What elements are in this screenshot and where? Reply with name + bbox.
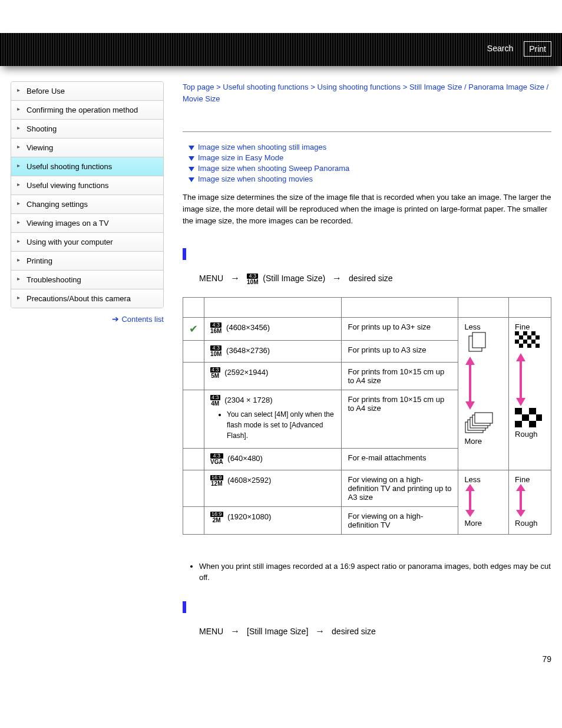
- sidebar-item-active[interactable]: Useful shooting functions: [11, 157, 163, 176]
- sidebar-item[interactable]: Confirming the operation method: [11, 101, 163, 120]
- images-scale-cell-2: Less More: [458, 470, 509, 534]
- size-badge-icon: 4:35M: [210, 367, 220, 379]
- sidebar-item[interactable]: Viewing: [11, 139, 163, 157]
- anchor-link[interactable]: Image size in Easy Mode: [198, 153, 283, 162]
- search-link[interactable]: Search: [482, 41, 518, 57]
- usage: For viewing on a high-definition TV and …: [342, 470, 458, 506]
- dims: (1920×1080): [227, 512, 271, 521]
- dims: (4608×3456): [226, 323, 270, 332]
- sidebar-item[interactable]: Printing: [11, 252, 163, 271]
- menu-label: MENU: [199, 274, 223, 283]
- check-icon: ✔: [189, 323, 198, 335]
- anchor-link[interactable]: Image size when shooting movies: [198, 174, 313, 183]
- breadcrumb-link[interactable]: Top page: [183, 83, 214, 91]
- header-bar: Search Print: [0, 33, 562, 66]
- table-header-row: [183, 297, 551, 317]
- sidebar-item[interactable]: Troubleshooting: [11, 271, 163, 289]
- svg-rect-1: [472, 332, 485, 348]
- rough-checker-icon: [515, 408, 542, 428]
- svg-rect-13: [527, 335, 531, 340]
- scale-rough: Rough: [515, 519, 545, 528]
- sidebar: Before Use Confirming the operation meth…: [11, 81, 164, 664]
- arrow-icon: [230, 273, 240, 284]
- quality-scale-cell-2: Fine Rough: [509, 470, 551, 534]
- menu-path: MENU 4:310M (Still Image Size) desired s…: [199, 273, 551, 285]
- double-arrow-icon: [515, 484, 527, 517]
- arrow-icon: [332, 273, 342, 284]
- images-scale-cell: Less More: [458, 317, 509, 470]
- dims: (2592×1944): [224, 368, 268, 377]
- triangle-down-icon: [189, 146, 194, 150]
- breadcrumb-sep: >: [401, 83, 409, 91]
- page-number: 79: [183, 654, 551, 664]
- size-badge-icon: 4:310M: [247, 274, 258, 285]
- scale-more: More: [464, 519, 503, 528]
- sidebar-item[interactable]: Before Use: [11, 82, 163, 101]
- intro-text: The image size determines the size of th…: [183, 192, 551, 227]
- sidebar-item[interactable]: Changing settings: [11, 195, 163, 214]
- sidebar-item[interactable]: Precautions/About this camera: [11, 289, 163, 308]
- svg-rect-17: [531, 340, 535, 344]
- breadcrumb-sep: >: [309, 83, 318, 91]
- double-arrow-icon: [515, 353, 527, 406]
- anchor-link[interactable]: Image size when shooting still images: [198, 143, 326, 151]
- usage: For prints from 10×15 cm up to A4 size: [342, 390, 458, 448]
- svg-rect-24: [529, 408, 536, 414]
- breadcrumb-link[interactable]: Using shooting functions: [317, 83, 401, 91]
- double-arrow-icon: [464, 357, 476, 410]
- menu-item-label: [Still Image Size]: [247, 627, 308, 636]
- svg-rect-23: [515, 408, 522, 414]
- svg-rect-12: [519, 335, 523, 340]
- menu-label: MENU: [199, 627, 223, 636]
- many-pages-icon: [464, 411, 494, 435]
- dims: (640×480): [227, 454, 263, 463]
- sidebar-item[interactable]: Viewing images on a TV: [11, 214, 163, 233]
- svg-rect-28: [529, 421, 536, 427]
- arrow-icon: [315, 626, 325, 637]
- triangle-down-icon: [189, 167, 194, 172]
- menu-dest: desired size: [332, 627, 376, 636]
- double-arrow-icon: [464, 484, 476, 517]
- size-badge-icon: 16:92M: [210, 512, 223, 523]
- breadcrumb-link[interactable]: Useful shooting functions: [223, 83, 308, 91]
- scale-less: Less: [464, 322, 503, 331]
- breadcrumb: Top page > Useful shooting functions > U…: [183, 81, 551, 104]
- svg-marker-30: [516, 484, 525, 517]
- scale-fine: Fine: [515, 475, 545, 484]
- breadcrumb-sep: >: [214, 83, 223, 91]
- svg-marker-29: [465, 484, 475, 517]
- anchor-link[interactable]: Image size when shooting Sweep Panorama: [198, 164, 349, 173]
- size-badge-icon: 16:912M: [210, 475, 223, 487]
- svg-rect-10: [523, 331, 527, 335]
- main-content: Top page > Useful shooting functions > U…: [164, 81, 551, 664]
- size-badge-icon: 4:3VGA: [210, 453, 223, 465]
- fine-checker-icon: [515, 331, 542, 351]
- size-table: ✔ 4:316M (4608×3456) For prints up to A3…: [183, 297, 551, 535]
- svg-rect-27: [515, 421, 522, 427]
- sidebar-item[interactable]: Using with your computer: [11, 233, 163, 252]
- svg-rect-26: [536, 414, 542, 421]
- page-anchor-links: Image size when shooting still images Im…: [189, 143, 551, 183]
- sidebar-item[interactable]: Useful viewing functions: [11, 176, 163, 195]
- usage: For viewing on a high-definition TV: [342, 506, 458, 534]
- svg-rect-15: [515, 340, 519, 344]
- usage: For prints from 10×15 cm up to A4 size: [342, 362, 458, 390]
- svg-rect-18: [519, 344, 523, 348]
- scale-more: More: [464, 437, 503, 446]
- scale-fine: Fine: [515, 322, 545, 331]
- sidebar-nav: Before Use Confirming the operation meth…: [11, 81, 164, 308]
- divider: [183, 131, 551, 132]
- section-marker: [183, 601, 186, 613]
- svg-rect-25: [522, 414, 529, 421]
- svg-marker-2: [465, 357, 475, 410]
- contents-list-link[interactable]: Contents list: [121, 315, 164, 324]
- print-button[interactable]: Print: [524, 41, 551, 57]
- dims: (4608×2592): [227, 476, 271, 485]
- menu-item-label: (Still Image Size): [263, 274, 325, 283]
- size-badge-icon: 4:310M: [210, 345, 222, 357]
- svg-rect-16: [523, 340, 527, 344]
- svg-rect-20: [535, 344, 540, 348]
- sidebar-item[interactable]: Shooting: [11, 120, 163, 139]
- scale-less: Less: [464, 475, 503, 484]
- section-marker: [183, 248, 186, 260]
